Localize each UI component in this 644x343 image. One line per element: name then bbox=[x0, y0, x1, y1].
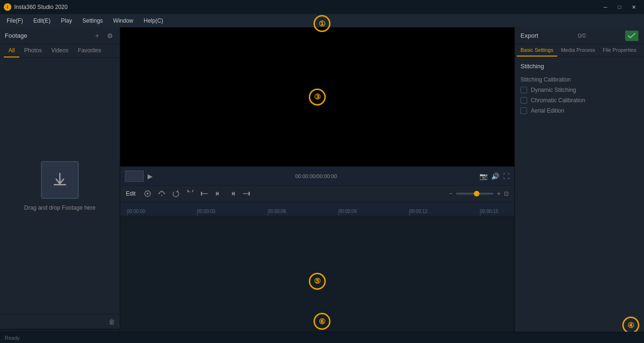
chromatic-calibration-checkbox[interactable] bbox=[520, 97, 527, 104]
app-title: Insta360 Studio 2020 bbox=[14, 4, 67, 10]
minimize-button[interactable]: ─ bbox=[599, 2, 612, 12]
tab-basic-settings[interactable]: Basic Settings bbox=[517, 44, 557, 57]
edit-right-controls: － ＋ ⊡ bbox=[447, 189, 509, 198]
trim-start-button[interactable] bbox=[198, 188, 210, 200]
zoom-handle[interactable] bbox=[474, 191, 479, 196]
footage-add-button[interactable]: ＋ bbox=[92, 31, 102, 41]
fullscreen-button[interactable]: ⛶ bbox=[503, 172, 510, 180]
delete-footage-button[interactable]: 🗑 bbox=[108, 318, 115, 326]
zoom-out-icon[interactable]: － bbox=[447, 189, 454, 198]
ruler-tick-9 bbox=[339, 213, 339, 216]
maximize-button[interactable]: □ bbox=[613, 2, 626, 12]
dynamic-stitching-checkbox[interactable] bbox=[520, 87, 527, 93]
zoom-slider-container: － ＋ bbox=[447, 189, 502, 198]
footage-panel: Footage ＋ ⚙ All Photos Videos Favorites … bbox=[0, 27, 120, 343]
stabilize-button[interactable] bbox=[156, 188, 168, 200]
titlebar-left: i Insta360 Studio 2020 bbox=[4, 3, 67, 11]
zoom-in-icon[interactable]: ＋ bbox=[495, 189, 502, 198]
preview-thumbnail bbox=[125, 171, 144, 182]
close-button[interactable]: ✕ bbox=[627, 2, 640, 12]
footage-title: Footage bbox=[5, 32, 27, 39]
menu-window[interactable]: Window bbox=[108, 16, 138, 26]
ruler-mark-3: 00:00:03 bbox=[197, 209, 215, 214]
footage-settings-button[interactable]: ⚙ bbox=[105, 31, 115, 41]
trim-end-button[interactable] bbox=[240, 188, 253, 200]
aerial-edition-item[interactable]: Aerial Edition bbox=[520, 106, 638, 116]
chromatic-calibration-item[interactable]: Chromatic Calibration bbox=[520, 95, 638, 106]
tab-file-properties[interactable]: File Properties bbox=[599, 44, 640, 57]
badge-6: ⑥ bbox=[314, 313, 330, 330]
svg-point-1 bbox=[147, 193, 149, 195]
fit-timeline-button[interactable]: ⊡ bbox=[504, 190, 509, 197]
rotate-ccw-button[interactable] bbox=[184, 188, 196, 200]
playback-right-controls: 📷 🔊 ⛶ bbox=[479, 172, 510, 180]
zoom-slider[interactable] bbox=[456, 193, 494, 195]
footage-tabs: All Photos Videos Favorites bbox=[0, 44, 120, 58]
svg-rect-2 bbox=[201, 192, 202, 196]
ruler-mark-15: 00:00:15 bbox=[480, 209, 498, 214]
badge-5: ⑤ bbox=[309, 273, 326, 290]
ruler-mark-12: 00:00:12 bbox=[409, 209, 428, 214]
drop-text: Drag and drop Footage here bbox=[24, 204, 95, 211]
video-player: ③ bbox=[120, 27, 514, 166]
ruler-tick-6 bbox=[268, 213, 268, 216]
aerial-edition-checkbox[interactable] bbox=[520, 107, 527, 114]
stitching-calibration-link[interactable]: Stitching Calibration bbox=[520, 74, 638, 85]
export-header: Export 0/0 bbox=[515, 27, 644, 44]
menu-help[interactable]: Help(C) bbox=[139, 16, 168, 26]
center-area: ③ ▶ 00:00:00/00:00:00 📷 🔊 ⛶ Edit bbox=[120, 27, 514, 343]
export-label: Export bbox=[520, 32, 538, 39]
svg-rect-4 bbox=[234, 192, 235, 196]
status-text: Ready bbox=[5, 335, 20, 341]
app-logo: i bbox=[4, 3, 11, 11]
footage-drop-area[interactable]: Drag and drop Footage here ② bbox=[0, 58, 120, 314]
chromatic-calibration-label: Chromatic Calibration bbox=[531, 97, 585, 104]
menu-edit[interactable]: Edit(E) bbox=[29, 16, 56, 26]
svg-rect-3 bbox=[216, 192, 217, 196]
dynamic-stitching-label: Dynamic Stitching bbox=[531, 87, 576, 93]
timeline-ruler: 00:00:00 00:00:03 00:00:06 00:00:09 00:0… bbox=[120, 202, 514, 216]
footage-footer: 🗑 bbox=[0, 314, 120, 329]
main-layout: Footage ＋ ⚙ All Photos Videos Favorites … bbox=[0, 27, 644, 343]
badge-4: ④ bbox=[622, 317, 639, 334]
right-panel-content: Stitching Stitching Calibration Dynamic … bbox=[515, 57, 644, 343]
tab-media-process[interactable]: Media Process bbox=[557, 44, 599, 57]
right-panel: Export 0/0 Basic Settings Media Process … bbox=[514, 27, 644, 343]
prev-frame-button[interactable] bbox=[212, 188, 224, 200]
drop-icon bbox=[41, 161, 79, 199]
dynamic-stitching-item[interactable]: Dynamic Stitching bbox=[520, 85, 638, 95]
edit-bar: Edit bbox=[120, 185, 514, 202]
stitching-title: Stitching bbox=[520, 63, 638, 70]
play-button[interactable]: ▶ bbox=[148, 172, 153, 180]
menu-file[interactable]: File(F) bbox=[2, 16, 28, 26]
menu-settings[interactable]: Settings bbox=[78, 16, 107, 26]
ruler-tick-3 bbox=[197, 213, 198, 216]
gyroscope-button[interactable] bbox=[141, 188, 154, 200]
badge-1: ① bbox=[314, 15, 330, 32]
volume-button[interactable]: 🔊 bbox=[491, 172, 499, 180]
menu-play[interactable]: Play bbox=[56, 16, 76, 26]
ruler-tick-0 bbox=[127, 213, 127, 216]
ruler-tick-15 bbox=[480, 213, 480, 216]
svg-rect-5 bbox=[248, 192, 250, 196]
ruler-tick-12 bbox=[409, 213, 410, 216]
playback-controls: ▶ 00:00:00/00:00:00 📷 🔊 ⛶ bbox=[120, 166, 514, 185]
statusbar: Ready ⑥ bbox=[0, 332, 644, 343]
export-button[interactable] bbox=[625, 31, 638, 41]
camera-button[interactable]: 📷 bbox=[479, 172, 487, 180]
rotate-cw-button[interactable] bbox=[170, 188, 182, 200]
badge-3: ③ bbox=[309, 89, 326, 106]
titlebar: i Insta360 Studio 2020 ─ □ ✕ bbox=[0, 0, 644, 14]
export-counter: 0/0 bbox=[578, 33, 586, 39]
window-controls: ─ □ ✕ bbox=[599, 2, 640, 12]
tab-all[interactable]: All bbox=[4, 44, 19, 57]
tab-photos[interactable]: Photos bbox=[19, 44, 46, 57]
aerial-edition-label: Aerial Edition bbox=[531, 107, 564, 114]
footage-actions: ＋ ⚙ bbox=[92, 31, 115, 41]
footage-header: Footage ＋ ⚙ bbox=[0, 27, 120, 44]
right-panel-tabs: Basic Settings Media Process File Proper… bbox=[515, 44, 644, 57]
tab-videos[interactable]: Videos bbox=[47, 44, 73, 57]
ruler-mark-0: 00:00:00 bbox=[127, 209, 145, 214]
tab-favorites[interactable]: Favorites bbox=[73, 44, 106, 57]
next-frame-button[interactable] bbox=[226, 188, 239, 200]
